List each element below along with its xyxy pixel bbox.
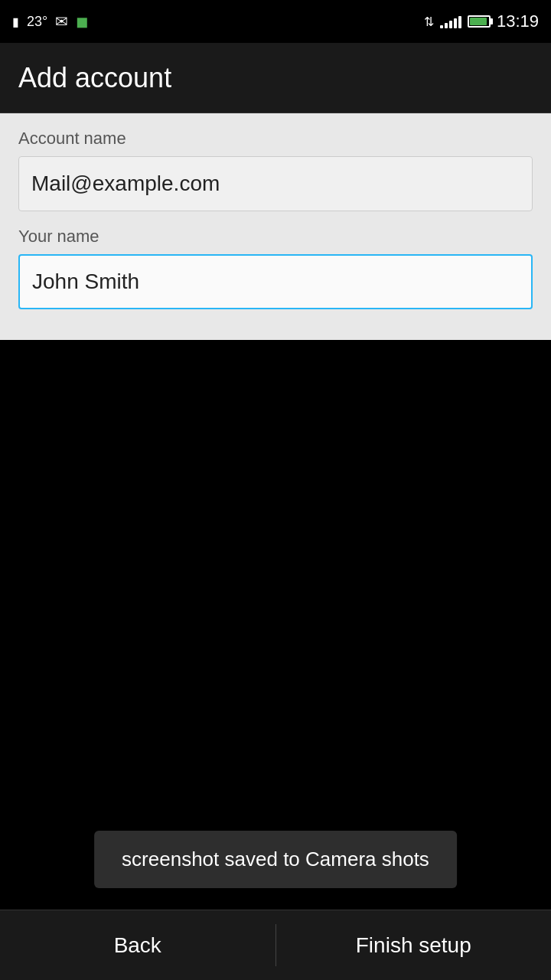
status-time: 13:19 (497, 11, 539, 31)
temperature-indicator: 23° (27, 14, 47, 30)
back-button[interactable]: Back (0, 910, 276, 980)
signal-bar-2 (445, 23, 448, 28)
signal-bar-1 (440, 25, 443, 28)
your-name-label: Your name (18, 227, 533, 247)
signal-bar-3 (449, 21, 452, 28)
signal-bar-4 (454, 18, 457, 28)
battery-fill (470, 18, 487, 25)
messenger-icon: ✉ (55, 12, 68, 31)
your-name-input[interactable] (18, 254, 533, 309)
finish-setup-button[interactable]: Finish setup (276, 910, 552, 980)
status-bar: ▮ 23° ✉ ◼ ⇅ 13:19 (0, 0, 551, 43)
your-name-group: Your name (18, 227, 533, 309)
sim-icon: ▮ (12, 15, 19, 29)
dark-area (0, 340, 551, 815)
status-bar-left: ▮ 23° ✉ ◼ (12, 12, 89, 31)
battery-icon (468, 15, 491, 28)
account-name-group: Account name (18, 129, 533, 211)
status-bar-right: ⇅ 13:19 (424, 11, 539, 31)
bottom-navigation-bar: Back Finish setup (0, 910, 551, 980)
form-area: Account name Your name (0, 113, 551, 340)
account-name-label: Account name (18, 129, 533, 149)
signal-bars (440, 15, 461, 28)
title-bar: Add account (0, 43, 551, 113)
signal-bar-5 (458, 16, 461, 28)
shield-icon: ◼ (76, 12, 89, 31)
data-transfer-icon: ⇅ (424, 15, 434, 29)
toast-notification: screenshot saved to Camera shots (94, 831, 457, 888)
page-title: Add account (18, 62, 171, 94)
account-name-input[interactable] (18, 156, 533, 211)
toast-message: screenshot saved to Camera shots (122, 848, 429, 871)
